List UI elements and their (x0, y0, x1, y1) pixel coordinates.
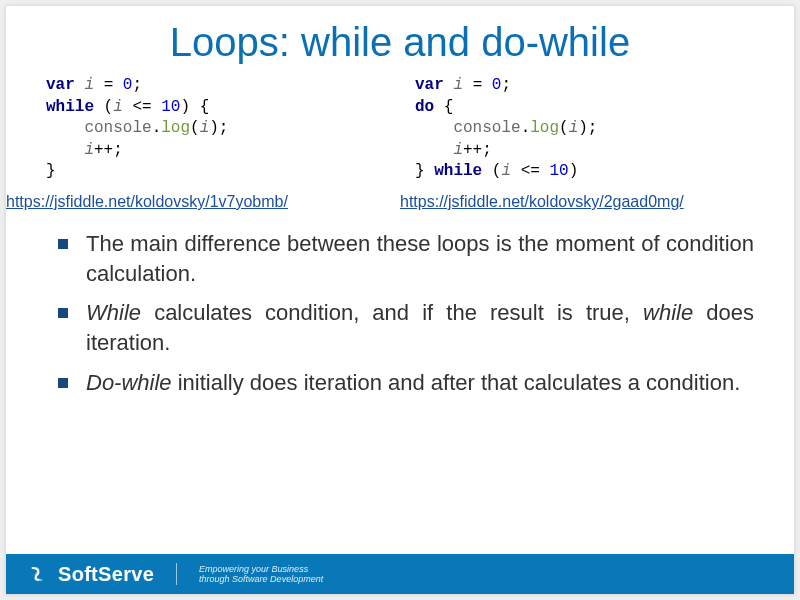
tagline-line2: through Software Development (199, 574, 323, 584)
brand-name: SoftServe (58, 563, 154, 586)
code-do-while: var i = 0; do { console.log(i); i++; } w… (415, 75, 754, 183)
code-col-do-while: var i = 0; do { console.log(i); i++; } w… (385, 75, 754, 183)
bullet-list: The main difference between these loops … (6, 219, 794, 397)
list-item: While calculates condition, and if the r… (58, 298, 754, 357)
logo-icon (28, 565, 46, 583)
tagline-line1: Empowering your Business (199, 564, 308, 574)
code-col-while: var i = 0; while (i <= 10) { console.log… (46, 75, 385, 183)
code-while: var i = 0; while (i <= 10) { console.log… (46, 75, 385, 183)
footer: SoftServe Empowering your Business throu… (6, 554, 794, 594)
list-item: The main difference between these loops … (58, 229, 754, 288)
slide: Loops: while and do-while var i = 0; whi… (6, 6, 794, 594)
links-row: https://jsfiddle.net/koldovsky/1v7yobmb/… (6, 189, 794, 219)
link-while-fiddle[interactable]: https://jsfiddle.net/koldovsky/1v7yobmb/ (6, 193, 400, 211)
brand-tagline: Empowering your Business through Softwar… (199, 564, 323, 585)
list-item: Do-while initially does iteration and af… (58, 368, 754, 398)
page-title: Loops: while and do-while (6, 6, 794, 65)
link-do-while-fiddle[interactable]: https://jsfiddle.net/koldovsky/2gaad0mg/ (400, 193, 794, 211)
code-columns: var i = 0; while (i <= 10) { console.log… (6, 65, 794, 189)
footer-separator (176, 563, 177, 585)
